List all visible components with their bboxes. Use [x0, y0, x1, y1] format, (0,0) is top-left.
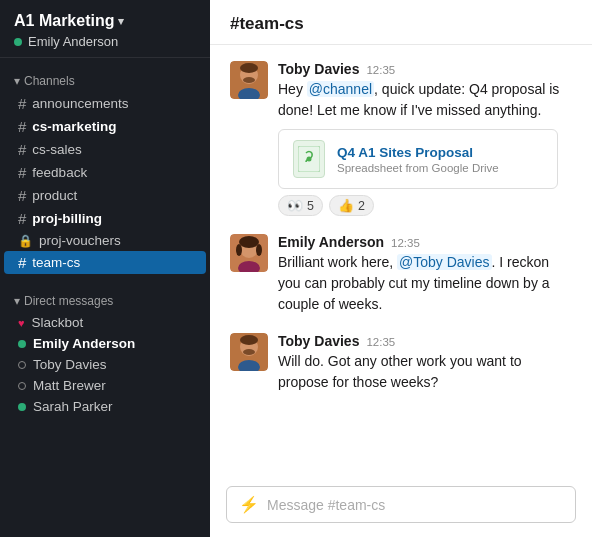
svg-point-10 [239, 236, 259, 248]
dm-label: Slackbot [32, 315, 84, 330]
avatar-toby-2 [230, 333, 268, 371]
sidebar-item-team-cs[interactable]: # team-cs [4, 251, 206, 274]
message-3-content: Toby Davies 12:35 Will do. Got any other… [278, 333, 572, 393]
message-2: Emily Anderson 12:35 Brilliant work here… [230, 234, 572, 315]
status-dot [18, 361, 26, 369]
dm-section: ▾ Direct messages ♥ Slackbot Emily Ander… [0, 278, 210, 421]
channel-label: cs-marketing [32, 119, 116, 134]
emoji-eyes: 👀 [287, 198, 303, 213]
heart-icon: ♥ [18, 317, 25, 329]
chevron-down-icon: ▾ [14, 294, 20, 308]
sidebar-item-cs-marketing[interactable]: # cs-marketing [4, 115, 206, 138]
sender-name: Toby Davies [278, 333, 359, 349]
message-time: 12:35 [391, 237, 420, 249]
sidebar-item-product[interactable]: # product [4, 184, 206, 207]
attachment-title: Q4 A1 Sites Proposal [337, 145, 499, 160]
message-1-text: Hey @channel, quick update: Q4 proposal … [278, 79, 572, 121]
workspace-header: A1 Marketing ▾ Emily Anderson [0, 0, 210, 58]
reactions-msg1: 👀 5 👍 2 [278, 195, 572, 216]
mention-toby: @Toby Davies [397, 254, 491, 270]
sidebar-item-proj-vouchers[interactable]: 🔒 proj-vouchers [4, 230, 206, 251]
channel-label: team-cs [32, 255, 80, 270]
message-input-area: ⚡ Message #team-cs [210, 478, 592, 537]
hash-icon: # [18, 95, 26, 112]
hash-icon: # [18, 164, 26, 181]
svg-point-11 [236, 244, 242, 256]
dm-matt-brewer[interactable]: Matt Brewer [4, 375, 206, 396]
message-1-header: Toby Davies 12:35 [278, 61, 572, 77]
message-time: 12:35 [366, 336, 395, 348]
message-2-text: Brilliant work here, @Toby Davies. I rec… [278, 252, 572, 315]
channel-label: proj-vouchers [39, 233, 121, 248]
svg-point-16 [240, 335, 258, 345]
sidebar-item-cs-sales[interactable]: # cs-sales [4, 138, 206, 161]
lightning-icon: ⚡ [239, 495, 259, 514]
sidebar-item-announcements[interactable]: # announcements [4, 92, 206, 115]
dm-toby-davies[interactable]: Toby Davies [4, 354, 206, 375]
channel-header: #team-cs [210, 0, 592, 45]
sender-name: Emily Anderson [278, 234, 384, 250]
channel-label: feedback [32, 165, 87, 180]
reaction-thumbsup[interactable]: 👍 2 [329, 195, 374, 216]
channels-header[interactable]: ▾ Channels [0, 72, 210, 92]
lock-icon: 🔒 [18, 234, 33, 248]
dm-header-label: Direct messages [24, 294, 113, 308]
channel-label: product [32, 188, 77, 203]
channels-header-label: Channels [24, 74, 75, 88]
channel-label: proj-billing [32, 211, 102, 226]
mention-channel: @channel [307, 81, 374, 97]
dm-label: Matt Brewer [33, 378, 106, 393]
attachment-subtitle: Spreadsheet from Google Drive [337, 162, 499, 174]
current-user-name: Emily Anderson [28, 34, 118, 49]
dm-slackbot[interactable]: ♥ Slackbot [4, 312, 206, 333]
message-1-content: Toby Davies 12:35 Hey @channel, quick up… [278, 61, 572, 216]
dm-label: Sarah Parker [33, 399, 113, 414]
message-3-text: Will do. Got any other work you want to … [278, 351, 572, 393]
attachment-q4[interactable]: Q4 A1 Sites Proposal Spreadsheet from Go… [278, 129, 558, 189]
dm-label: Toby Davies [33, 357, 107, 372]
message-1: Toby Davies 12:35 Hey @channel, quick up… [230, 61, 572, 216]
hash-icon: # [18, 187, 26, 204]
hash-icon: # [18, 210, 26, 227]
svg-point-2 [240, 63, 258, 73]
message-input-box[interactable]: ⚡ Message #team-cs [226, 486, 576, 523]
sidebar-item-proj-billing[interactable]: # proj-billing [4, 207, 206, 230]
workspace-name-label: A1 Marketing [14, 12, 114, 30]
message-2-header: Emily Anderson 12:35 [278, 234, 572, 250]
avatar-emily [230, 234, 268, 272]
status-dot [18, 382, 26, 390]
channel-title: #team-cs [230, 14, 304, 33]
avatar-toby [230, 61, 268, 99]
reaction-count: 2 [358, 199, 365, 213]
channel-label: cs-sales [32, 142, 82, 157]
reaction-eyes[interactable]: 👀 5 [278, 195, 323, 216]
attachment-details: Q4 A1 Sites Proposal Spreadsheet from Go… [337, 145, 499, 174]
messages-area: Toby Davies 12:35 Hey @channel, quick up… [210, 45, 592, 478]
workspace-chevron-icon: ▾ [118, 15, 124, 28]
sidebar-item-feedback[interactable]: # feedback [4, 161, 206, 184]
svg-point-12 [256, 244, 262, 256]
message-time: 12:35 [366, 64, 395, 76]
workspace-name[interactable]: A1 Marketing ▾ [14, 12, 196, 30]
user-status: Emily Anderson [14, 34, 196, 49]
status-dot [18, 403, 26, 411]
svg-point-7 [307, 157, 312, 162]
dm-header[interactable]: ▾ Direct messages [0, 292, 210, 312]
channel-label: announcements [32, 96, 128, 111]
message-3-header: Toby Davies 12:35 [278, 333, 572, 349]
main-content: #team-cs Toby Davies [210, 0, 592, 537]
message-2-content: Emily Anderson 12:35 Brilliant work here… [278, 234, 572, 315]
message-input-placeholder[interactable]: Message #team-cs [267, 497, 563, 513]
dm-sarah-parker[interactable]: Sarah Parker [4, 396, 206, 417]
chevron-down-icon: ▾ [14, 74, 20, 88]
status-dot-green [14, 38, 22, 46]
status-dot [18, 340, 26, 348]
emoji-thumbsup: 👍 [338, 198, 354, 213]
dm-emily-anderson[interactable]: Emily Anderson [4, 333, 206, 354]
message-3: Toby Davies 12:35 Will do. Got any other… [230, 333, 572, 393]
sidebar: A1 Marketing ▾ Emily Anderson ▾ Channels… [0, 0, 210, 537]
svg-point-18 [243, 349, 255, 355]
sender-name: Toby Davies [278, 61, 359, 77]
hash-icon: # [18, 141, 26, 158]
dm-label: Emily Anderson [33, 336, 135, 351]
